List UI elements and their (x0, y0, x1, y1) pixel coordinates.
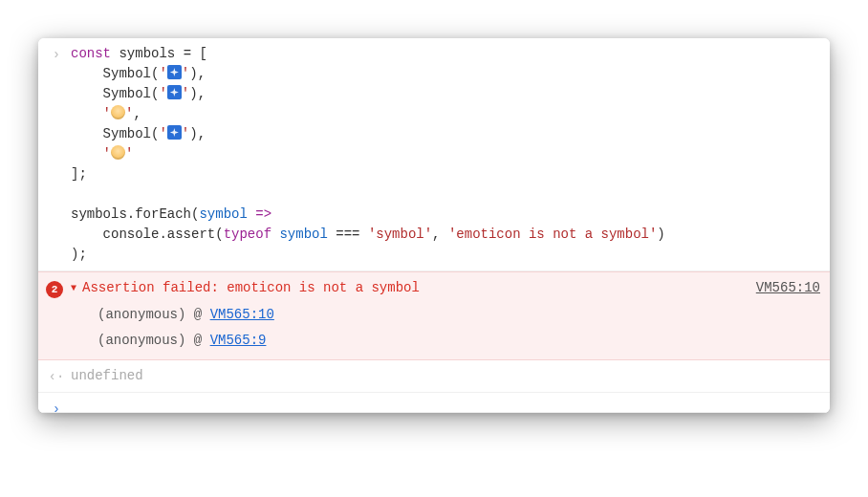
stack-frame-function: (anonymous) (98, 333, 194, 348)
error-gutter: 2 (46, 279, 63, 299)
stack-frame-function: (anonymous) (98, 307, 194, 322)
stack-frame-link[interactable]: VM565:9 (210, 333, 267, 348)
input-prompt-icon: › (48, 45, 65, 65)
console-input-entry: › const symbols = [ Symbol(''), Symbol('… (38, 38, 830, 271)
emoji-symbol-icon (167, 85, 182, 99)
stack-frame: (anonymous) @ VM565:9 (98, 328, 820, 354)
disclosure-triangle-icon[interactable]: ▼ (71, 281, 76, 295)
console-prompt[interactable]: › (38, 393, 830, 413)
console-output-entry: ‹· undefined (38, 360, 830, 393)
stack-trace: (anonymous) @ VM565:10(anonymous) @ VM56… (71, 302, 820, 354)
input-prompt-icon: › (48, 400, 65, 413)
stack-frame-link[interactable]: VM565:10 (210, 307, 274, 322)
output-prompt-icon: ‹· (48, 367, 65, 387)
console-error-entry: 2 ▼ Assertion failed: emoticon is not a … (38, 271, 830, 360)
output-value: undefined (71, 368, 143, 383)
emoji-face-icon (111, 145, 125, 160)
emoji-symbol-icon (167, 125, 182, 140)
error-message: Assertion failed: emoticon is not a symb… (82, 278, 750, 298)
emoji-symbol-icon (167, 65, 182, 79)
emoji-face-icon (111, 105, 125, 119)
stack-frame: (anonymous) @ VM565:10 (98, 302, 820, 328)
devtools-console: › const symbols = [ Symbol(''), Symbol('… (38, 38, 830, 413)
error-source-link[interactable]: VM565:10 (756, 278, 820, 298)
error-count-badge: 2 (46, 281, 63, 298)
code-block[interactable]: const symbols = [ Symbol(''), Symbol('')… (71, 44, 820, 265)
